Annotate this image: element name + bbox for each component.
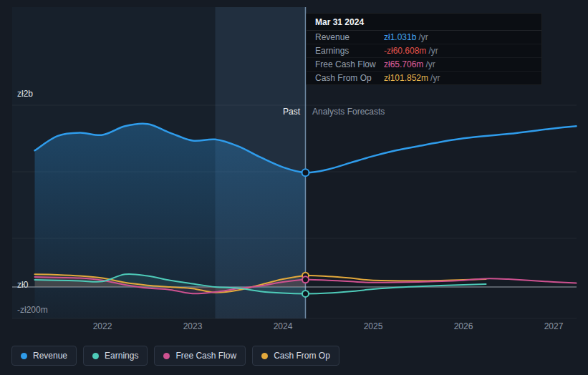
legend-item-earnings[interactable]: Earnings [83, 346, 148, 366]
tooltip-rows: Revenuezł1.031b/yrEarnings-zł60.608m/yrF… [307, 31, 541, 84]
x-axis-tick-2023: 2023 [183, 321, 203, 331]
legend-color-dot [92, 353, 99, 359]
tooltip-row-value: zł101.852m [384, 73, 428, 83]
x-axis-tick-2026: 2026 [454, 321, 473, 331]
legend-label: Revenue [33, 351, 67, 361]
y-axis-label-neg-200m: -zł200m [17, 305, 48, 315]
y-axis-label-zero: zł0 [17, 280, 28, 290]
tooltip-row-unit: /yr [418, 32, 428, 42]
legend-color-dot [21, 353, 27, 359]
legend-label: Cash From Op [274, 351, 330, 361]
legend-label: Free Cash Flow [175, 351, 236, 361]
legend-item-cash-from-op[interactable]: Cash From Op [252, 346, 339, 366]
tooltip-row-label: Free Cash Flow [315, 59, 384, 69]
tooltip-row-label: Earnings [315, 46, 384, 56]
tooltip-row: Free Cash Flowzł65.706m/yr [307, 57, 541, 71]
y-axis-label-2b: zł2b [17, 89, 33, 99]
tooltip-row-unit: /yr [425, 59, 435, 69]
analysts-forecasts-zone-label: Analysts Forecasts [312, 107, 385, 117]
tooltip-row: Revenuezł1.031b/yr [307, 31, 541, 44]
tooltip-row: Cash From Opzł101.852m/yr [307, 71, 541, 84]
x-axis-tick-2022: 2022 [93, 321, 112, 331]
x-axis-tick-2027: 2027 [544, 321, 564, 331]
tooltip-row-label: Cash From Op [315, 73, 384, 83]
tooltip-row-unit: /yr [428, 46, 438, 56]
x-axis-tick-2025: 2025 [364, 321, 383, 331]
earnings-revenue-history-forecast-chart: { "tooltip": { "date": "Mar 31 2024", "r… [0, 0, 588, 375]
tooltip-row-label: Revenue [315, 32, 384, 42]
tooltip-row: Earnings-zł60.608m/yr [307, 44, 541, 57]
legend-item-revenue[interactable]: Revenue [11, 346, 77, 366]
legend-item-free-cash-flow[interactable]: Free Cash Flow [154, 346, 246, 366]
x-axis-tick-2024: 2024 [274, 321, 293, 331]
tooltip-row-value: zł1.031b [384, 32, 416, 42]
tooltip-row-value: -zł60.608m [384, 46, 426, 56]
tooltip-row-unit: /yr [430, 73, 440, 83]
chart-legend: RevenueEarningsFree Cash FlowCash From O… [11, 346, 339, 366]
legend-color-dot [261, 353, 268, 359]
chart-tooltip: Mar 31 2024 Revenuezł1.031b/yrEarnings-z… [306, 13, 542, 85]
tooltip-row-value: zł65.706m [384, 59, 423, 69]
tooltip-date: Mar 31 2024 [307, 14, 541, 31]
legend-label: Earnings [105, 351, 138, 361]
legend-color-dot [163, 353, 170, 359]
past-zone-label: Past [0, 107, 300, 117]
